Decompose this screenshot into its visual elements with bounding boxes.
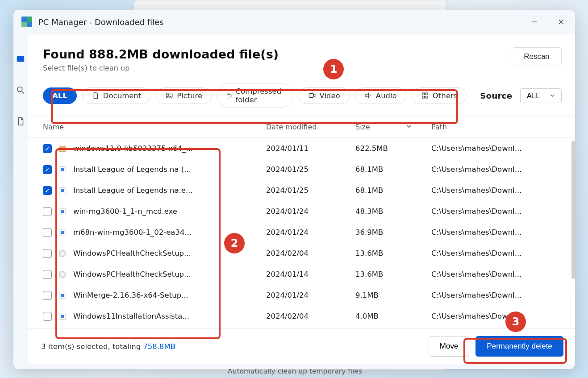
file-name: Windows11InstallationAssista...: [73, 312, 189, 320]
svg-rect-15: [59, 146, 65, 148]
file-icon: [58, 186, 67, 195]
selection-status: 3 item(s) selected, totaling 758.8MB: [41, 342, 175, 351]
row-checkbox[interactable]: [43, 312, 52, 321]
svg-line-5: [22, 91, 24, 94]
file-icon: [58, 165, 67, 174]
file-name: WinMerge-2.16.36-x64-Setup...: [73, 291, 188, 299]
col-date[interactable]: Date modified: [266, 123, 355, 131]
svg-point-7: [168, 94, 169, 95]
chevron-down-icon: [550, 91, 555, 100]
row-checkbox[interactable]: [43, 249, 52, 258]
file-date: 2024/01/25: [266, 186, 355, 195]
svg-rect-29: [61, 294, 64, 297]
svg-rect-31: [61, 315, 64, 318]
svg-rect-21: [61, 210, 64, 213]
row-checkbox[interactable]: [43, 228, 52, 237]
row-checkbox[interactable]: [43, 165, 52, 174]
sidebar-item-search[interactable]: [13, 83, 28, 97]
col-name[interactable]: Name: [43, 123, 266, 131]
filter-picture[interactable]: Picture: [156, 87, 212, 104]
table-row[interactable]: WinMerge-2.16.36-x64-Setup...2024/01/249…: [43, 285, 571, 306]
filter-row: ALL Document Picture Compressed folder V…: [28, 79, 575, 116]
file-name: win-mg3600-1_1-n_mcd.exe: [73, 207, 177, 216]
svg-rect-9: [309, 94, 313, 98]
file-icon: [58, 207, 67, 216]
file-path: C:\Users\mahes\Downl...: [431, 228, 571, 237]
file-date: 2024/01/11: [266, 144, 355, 153]
filter-document[interactable]: Document: [82, 87, 150, 104]
sidebar-item-files[interactable]: [13, 114, 28, 129]
page-subtitle: Select file(s) to clean up: [43, 64, 503, 72]
sidebar-item-cleanup[interactable]: [13, 52, 28, 66]
file-date: 2024/02/04: [266, 249, 355, 258]
filter-audio[interactable]: Audio: [355, 87, 406, 104]
file-size: 13.6MB: [355, 249, 431, 258]
row-checkbox[interactable]: [43, 291, 52, 300]
row-checkbox[interactable]: [43, 186, 52, 195]
table-row[interactable]: WindowsPCHealthCheckSetup...2024/01/1413…: [43, 264, 571, 285]
source-select[interactable]: ALL: [520, 88, 562, 103]
svg-rect-12: [422, 96, 425, 99]
file-size: 13.6MB: [355, 270, 431, 278]
file-path: C:\Users\mahes\Downl...: [431, 249, 571, 258]
source-label: Source: [480, 91, 512, 100]
file-date: 2024/01/24: [266, 291, 355, 299]
table-row[interactable]: windows11.0-kb5033375-x64_...2024/01/116…: [43, 138, 571, 159]
file-name: m68n-win-mg3600-1_02-ea34...: [73, 228, 192, 237]
file-size: 48.3MB: [355, 207, 431, 216]
svg-rect-10: [422, 93, 425, 95]
col-path[interactable]: Path: [431, 123, 562, 131]
file-size: 68.1MB: [355, 186, 431, 195]
file-icon: [58, 312, 67, 321]
svg-rect-17: [61, 168, 64, 171]
table-row[interactable]: Install League of Legends na (...2024/01…: [43, 159, 571, 180]
row-checkbox[interactable]: [43, 207, 52, 216]
file-path: C:\Users\mahes\Downl...: [431, 291, 571, 299]
delete-button[interactable]: Permanently delete: [475, 336, 563, 357]
file-icon: [58, 249, 67, 258]
filter-others[interactable]: Others: [412, 87, 467, 104]
footer: 3 item(s) selected, totaling 758.8MB Mov…: [28, 328, 575, 364]
chevron-down-icon: [406, 123, 412, 131]
table-row[interactable]: Windows11InstallationAssista...2024/02/0…: [43, 306, 571, 327]
table-row[interactable]: Install League of Legends na.e...2024/01…: [43, 180, 571, 201]
file-date: 2024/01/25: [266, 165, 355, 174]
svg-point-4: [17, 87, 22, 92]
col-size[interactable]: Size: [355, 123, 431, 131]
file-name: WindowsPCHealthCheckSetup...: [73, 270, 191, 278]
file-date: 2024/01/24: [266, 228, 355, 237]
sidebar: [13, 34, 28, 369]
table-row[interactable]: win-mg3600-1_1-n_mcd.exe2024/01/2448.3MB…: [43, 201, 571, 222]
svg-point-27: [62, 273, 64, 275]
file-size: 68.1MB: [355, 165, 431, 174]
file-icon: [58, 144, 67, 153]
row-checkbox[interactable]: [43, 144, 52, 153]
table-row[interactable]: m68n-win-mg3600-1_02-ea34...2024/01/2436…: [43, 222, 571, 243]
file-size: 622.5MB: [355, 144, 431, 153]
close-button[interactable]: [551, 12, 571, 32]
file-name: Install League of Legends na.e...: [73, 186, 193, 195]
file-path: C:\Users\mahes\Downl...: [431, 312, 571, 320]
svg-rect-8: [227, 94, 231, 97]
scrollbar[interactable]: [571, 141, 575, 279]
file-icon: [58, 228, 67, 237]
filter-all[interactable]: ALL: [43, 87, 77, 104]
file-path: C:\Users\mahes\Downl...: [431, 144, 571, 153]
file-size: 9.1MB: [355, 291, 431, 299]
svg-rect-3: [17, 56, 25, 62]
row-checkbox[interactable]: [43, 270, 52, 279]
filter-video[interactable]: Video: [299, 87, 350, 104]
table-row[interactable]: WindowsPCHealthCheckSetup...2024/02/0413…: [43, 243, 571, 264]
titlebar: PC Manager - Downloaded files: [13, 10, 575, 34]
file-path: C:\Users\mahes\Downl...: [431, 270, 571, 278]
move-button[interactable]: Move: [429, 336, 470, 357]
rescan-button[interactable]: Rescan: [512, 47, 562, 66]
file-name: Install League of Legends na (...: [73, 165, 191, 174]
page-title: Found 888.2MB downloaded file(s): [43, 47, 503, 61]
svg-rect-23: [61, 231, 64, 234]
filter-compressed[interactable]: Compressed folder: [217, 83, 293, 108]
svg-rect-11: [425, 93, 428, 95]
file-date: 2024/01/24: [266, 207, 355, 216]
file-icon: [58, 291, 67, 300]
minimize-button[interactable]: [524, 12, 545, 32]
